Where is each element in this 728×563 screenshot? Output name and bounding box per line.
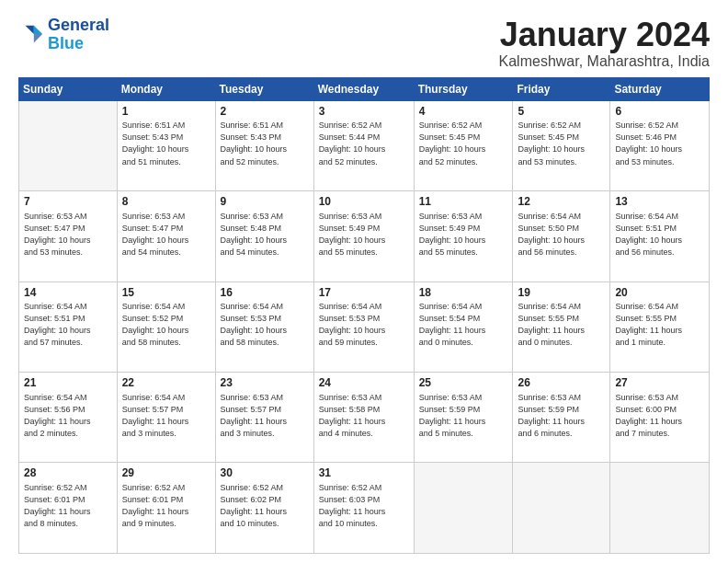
calendar-cell: 15Sunrise: 6:54 AM Sunset: 5:52 PM Dayli…	[117, 282, 215, 372]
day-info: Sunrise: 6:52 AM Sunset: 6:03 PM Dayligh…	[319, 482, 409, 530]
day-info: Sunrise: 6:54 AM Sunset: 5:51 PM Dayligh…	[24, 301, 112, 349]
day-number: 7	[24, 194, 112, 210]
day-info: Sunrise: 6:54 AM Sunset: 5:55 PM Dayligh…	[518, 301, 605, 349]
logo-icon	[18, 22, 44, 48]
day-info: Sunrise: 6:52 AM Sunset: 5:45 PM Dayligh…	[518, 120, 605, 167]
day-number: 15	[122, 285, 210, 301]
header: General Blue January 2024 Kalmeshwar, Ma…	[18, 17, 710, 70]
day-info: Sunrise: 6:54 AM Sunset: 5:53 PM Dayligh…	[319, 301, 409, 349]
day-number: 27	[615, 375, 704, 391]
day-info: Sunrise: 6:53 AM Sunset: 5:47 PM Dayligh…	[122, 211, 210, 259]
calendar-table: Sunday Monday Tuesday Wednesday Thursday…	[18, 77, 710, 554]
calendar-cell: 25Sunrise: 6:53 AM Sunset: 5:59 PM Dayli…	[414, 373, 513, 463]
calendar-cell: 3Sunrise: 6:52 AM Sunset: 5:44 PM Daylig…	[313, 100, 414, 190]
calendar-title: January 2024	[499, 17, 710, 53]
day-info: Sunrise: 6:52 AM Sunset: 5:46 PM Dayligh…	[615, 120, 704, 167]
day-info: Sunrise: 6:53 AM Sunset: 5:49 PM Dayligh…	[319, 211, 409, 259]
logo-text: General Blue	[48, 17, 109, 53]
day-number: 31	[319, 465, 409, 481]
calendar-cell: 30Sunrise: 6:52 AM Sunset: 6:02 PM Dayli…	[215, 463, 313, 554]
day-info: Sunrise: 6:54 AM Sunset: 5:57 PM Dayligh…	[122, 392, 210, 440]
calendar-cell: 23Sunrise: 6:53 AM Sunset: 5:57 PM Dayli…	[215, 373, 313, 463]
day-info: Sunrise: 6:54 AM Sunset: 5:54 PM Dayligh…	[419, 301, 508, 349]
day-number: 28	[24, 465, 112, 481]
svg-marker-1	[34, 34, 42, 42]
day-info: Sunrise: 6:53 AM Sunset: 5:49 PM Dayligh…	[419, 211, 508, 259]
calendar-cell: 4Sunrise: 6:52 AM Sunset: 5:45 PM Daylig…	[414, 100, 513, 190]
header-tuesday: Tuesday	[215, 77, 313, 100]
day-info: Sunrise: 6:54 AM Sunset: 5:56 PM Dayligh…	[24, 392, 112, 440]
header-thursday: Thursday	[414, 77, 513, 100]
day-number: 20	[615, 285, 704, 301]
day-number: 19	[518, 285, 605, 301]
title-area: January 2024 Kalmeshwar, Maharashtra, In…	[499, 17, 710, 70]
header-sunday: Sunday	[19, 77, 118, 100]
calendar-cell: 20Sunrise: 6:54 AM Sunset: 5:55 PM Dayli…	[610, 282, 710, 372]
calendar-cell	[19, 100, 118, 190]
day-info: Sunrise: 6:53 AM Sunset: 6:00 PM Dayligh…	[615, 392, 704, 440]
day-info: Sunrise: 6:52 AM Sunset: 5:45 PM Dayligh…	[419, 120, 508, 167]
calendar-cell	[414, 463, 513, 554]
day-info: Sunrise: 6:54 AM Sunset: 5:55 PM Dayligh…	[615, 301, 704, 349]
calendar-cell: 5Sunrise: 6:52 AM Sunset: 5:45 PM Daylig…	[513, 100, 610, 190]
calendar-cell: 29Sunrise: 6:52 AM Sunset: 6:01 PM Dayli…	[117, 463, 215, 554]
day-number: 6	[615, 104, 704, 120]
day-info: Sunrise: 6:52 AM Sunset: 6:01 PM Dayligh…	[122, 482, 210, 530]
day-number: 5	[518, 104, 605, 120]
day-number: 1	[122, 104, 210, 120]
day-info: Sunrise: 6:54 AM Sunset: 5:53 PM Dayligh…	[221, 301, 309, 349]
calendar-cell: 22Sunrise: 6:54 AM Sunset: 5:57 PM Dayli…	[117, 373, 215, 463]
day-number: 25	[419, 375, 508, 391]
day-number: 16	[221, 285, 309, 301]
calendar-cell: 9Sunrise: 6:53 AM Sunset: 5:48 PM Daylig…	[215, 191, 313, 282]
week-row-2: 7Sunrise: 6:53 AM Sunset: 5:47 PM Daylig…	[19, 191, 710, 282]
day-info: Sunrise: 6:53 AM Sunset: 5:47 PM Dayligh…	[24, 211, 112, 259]
day-info: Sunrise: 6:53 AM Sunset: 5:58 PM Dayligh…	[319, 392, 409, 440]
svg-marker-2	[25, 26, 33, 34]
calendar-cell	[513, 463, 610, 554]
day-number: 4	[419, 104, 508, 120]
calendar-cell: 8Sunrise: 6:53 AM Sunset: 5:47 PM Daylig…	[117, 191, 215, 282]
header-monday: Monday	[117, 77, 215, 100]
day-number: 9	[221, 194, 309, 210]
day-info: Sunrise: 6:54 AM Sunset: 5:51 PM Dayligh…	[615, 211, 704, 259]
day-info: Sunrise: 6:53 AM Sunset: 5:59 PM Dayligh…	[518, 392, 605, 440]
day-number: 12	[518, 194, 605, 210]
calendar-cell: 24Sunrise: 6:53 AM Sunset: 5:58 PM Dayli…	[313, 373, 414, 463]
calendar-cell: 26Sunrise: 6:53 AM Sunset: 5:59 PM Dayli…	[513, 373, 610, 463]
day-info: Sunrise: 6:54 AM Sunset: 5:50 PM Dayligh…	[518, 211, 605, 259]
calendar-cell: 16Sunrise: 6:54 AM Sunset: 5:53 PM Dayli…	[215, 282, 313, 372]
day-number: 30	[221, 465, 309, 481]
day-info: Sunrise: 6:53 AM Sunset: 5:59 PM Dayligh…	[419, 392, 508, 440]
day-number: 3	[319, 104, 409, 120]
calendar-cell: 31Sunrise: 6:52 AM Sunset: 6:03 PM Dayli…	[313, 463, 414, 554]
week-row-3: 14Sunrise: 6:54 AM Sunset: 5:51 PM Dayli…	[19, 282, 710, 372]
day-number: 11	[419, 194, 508, 210]
day-info: Sunrise: 6:52 AM Sunset: 6:01 PM Dayligh…	[24, 482, 112, 530]
calendar-cell: 21Sunrise: 6:54 AM Sunset: 5:56 PM Dayli…	[19, 373, 118, 463]
day-number: 8	[122, 194, 210, 210]
week-row-5: 28Sunrise: 6:52 AM Sunset: 6:01 PM Dayli…	[19, 463, 710, 554]
day-number: 17	[319, 285, 409, 301]
header-saturday: Saturday	[610, 77, 710, 100]
calendar-cell: 13Sunrise: 6:54 AM Sunset: 5:51 PM Dayli…	[610, 191, 710, 282]
day-info: Sunrise: 6:53 AM Sunset: 5:57 PM Dayligh…	[221, 392, 309, 440]
day-number: 22	[122, 375, 210, 391]
calendar-cell: 6Sunrise: 6:52 AM Sunset: 5:46 PM Daylig…	[610, 100, 710, 190]
week-row-4: 21Sunrise: 6:54 AM Sunset: 5:56 PM Dayli…	[19, 373, 710, 463]
day-number: 10	[319, 194, 409, 210]
day-number: 13	[615, 194, 704, 210]
day-info: Sunrise: 6:51 AM Sunset: 5:43 PM Dayligh…	[122, 120, 210, 167]
day-number: 24	[319, 375, 409, 391]
calendar-cell: 1Sunrise: 6:51 AM Sunset: 5:43 PM Daylig…	[117, 100, 215, 190]
calendar-cell: 14Sunrise: 6:54 AM Sunset: 5:51 PM Dayli…	[19, 282, 118, 372]
svg-marker-0	[34, 26, 42, 34]
calendar-cell	[610, 463, 710, 554]
day-info: Sunrise: 6:52 AM Sunset: 6:02 PM Dayligh…	[221, 482, 309, 530]
page: General Blue January 2024 Kalmeshwar, Ma…	[0, 0, 728, 563]
header-row: Sunday Monday Tuesday Wednesday Thursday…	[19, 77, 710, 100]
day-number: 21	[24, 375, 112, 391]
logo: General Blue	[18, 17, 109, 53]
calendar-cell: 18Sunrise: 6:54 AM Sunset: 5:54 PM Dayli…	[414, 282, 513, 372]
day-info: Sunrise: 6:51 AM Sunset: 5:43 PM Dayligh…	[221, 120, 309, 167]
